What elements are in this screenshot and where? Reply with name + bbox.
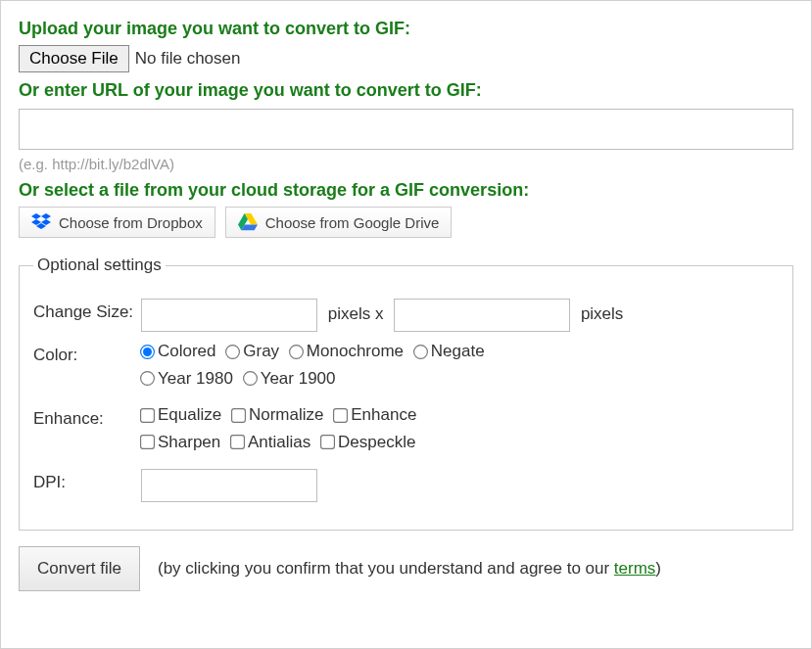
gdrive-icon: [238, 213, 258, 231]
enhance-option-equalize[interactable]: Equalize: [141, 405, 221, 425]
cloud-row: Choose from Dropbox Choose from Google D…: [19, 207, 793, 238]
color-radio-monochrome[interactable]: [289, 345, 304, 359]
size-mid: pixels x: [328, 304, 384, 323]
file-picker-row: Choose File No file chosen: [19, 45, 793, 72]
enhance-option-enhance[interactable]: Enhance: [334, 405, 416, 425]
dpi-input[interactable]: [141, 469, 317, 502]
dpi-label: DPI:: [33, 469, 141, 492]
dropbox-button[interactable]: Choose from Dropbox: [19, 207, 215, 238]
enhance-option-sharpen[interactable]: Sharpen: [141, 433, 220, 452]
enhance-check-sharpen[interactable]: [140, 435, 155, 449]
enhance-option-normalize[interactable]: Normalize: [232, 405, 324, 425]
enhance-check-antialias[interactable]: [230, 435, 245, 449]
color-option-year1900[interactable]: Year 1900: [244, 369, 336, 389]
dropbox-icon: [31, 213, 51, 231]
disclaimer-post: ): [655, 559, 661, 578]
enhance-check-normalize[interactable]: [231, 408, 246, 423]
convert-button[interactable]: Convert file: [19, 546, 140, 591]
gdrive-label: Choose from Google Drive: [265, 214, 440, 231]
upload-heading: Upload your image you want to convert to…: [19, 19, 793, 39]
enhance-label: Enhance:: [33, 405, 141, 429]
cloud-heading: Or select a file from your cloud storage…: [19, 180, 793, 201]
file-status: No file chosen: [135, 49, 241, 69]
svg-marker-0: [31, 213, 41, 219]
url-heading: Or enter URL of your image you want to c…: [19, 80, 793, 101]
color-option-gray[interactable]: Gray: [226, 342, 279, 361]
dropbox-label: Choose from Dropbox: [59, 214, 203, 231]
submit-row: Convert file (by clicking you confirm th…: [19, 546, 793, 591]
size-row: Change Size: pixels x pixels: [33, 299, 779, 332]
enhance-check-equalize[interactable]: [140, 408, 155, 423]
width-input[interactable]: [141, 299, 317, 332]
color-option-colored[interactable]: Colored: [141, 342, 216, 361]
color-label: Color:: [33, 342, 141, 365]
color-option-negate[interactable]: Negate: [414, 342, 485, 361]
color-option-monochrome[interactable]: Monochrome: [290, 342, 404, 361]
enhance-option-despeckle[interactable]: Despeckle: [321, 433, 415, 452]
optional-legend: Optional settings: [33, 255, 166, 275]
color-radio-negate[interactable]: [413, 345, 428, 359]
choose-file-button[interactable]: Choose File: [19, 45, 129, 72]
color-radio-gray[interactable]: [225, 345, 240, 359]
color-row: Color: Colored Gray Monochrome Negate Ye…: [33, 342, 779, 395]
disclaimer: (by clicking you confirm that you unders…: [158, 556, 661, 581]
color-radio-year1900[interactable]: [243, 371, 258, 386]
height-input[interactable]: [394, 299, 570, 332]
color-option-year1980[interactable]: Year 1980: [141, 369, 233, 389]
optional-settings: Optional settings Change Size: pixels x …: [19, 255, 793, 531]
url-input[interactable]: [19, 109, 793, 150]
enhance-row: Enhance: Equalize Normalize Enhance Shar…: [33, 405, 779, 459]
disclaimer-pre: (by clicking you confirm that you unders…: [158, 559, 614, 578]
terms-link[interactable]: terms: [614, 559, 656, 578]
svg-marker-1: [41, 213, 51, 219]
url-hint: (e.g. http://bit.ly/b2dlVA): [19, 156, 793, 172]
gdrive-button[interactable]: Choose from Google Drive: [225, 207, 453, 238]
conversion-form: Upload your image you want to convert to…: [0, 0, 812, 649]
dpi-row: DPI:: [33, 469, 779, 502]
enhance-check-enhance[interactable]: [333, 408, 348, 423]
size-suffix: pixels: [581, 304, 623, 323]
size-label: Change Size:: [33, 299, 141, 322]
color-radio-colored[interactable]: [140, 345, 155, 359]
color-radio-year1980[interactable]: [140, 371, 155, 386]
enhance-check-despeckle[interactable]: [320, 435, 335, 449]
enhance-option-antialias[interactable]: Antialias: [231, 433, 310, 452]
